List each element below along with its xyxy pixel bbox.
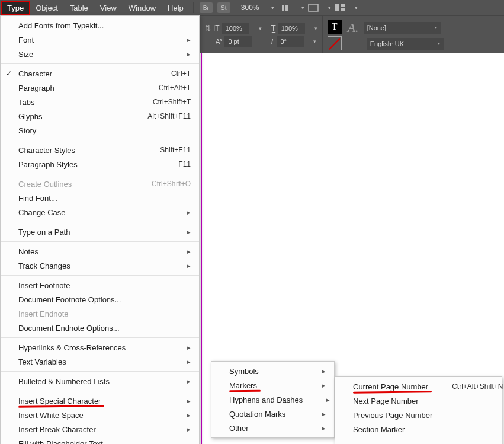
language-select[interactable]: English: UK ▾ [367, 38, 444, 50]
type-menu-label: Bulleted & Numbered Lists [18, 377, 110, 386]
submenu-arrow-icon: ▸ [163, 248, 191, 255]
skew-field[interactable]: 0° [277, 36, 304, 47]
special-submenu-item[interactable]: Hyphens and Dashes▸ [211, 392, 334, 407]
type-menu-item[interactable]: Track Changes▸ [1, 258, 199, 273]
menu-object[interactable]: Object [30, 1, 64, 15]
markers-submenu-item: Footnote Number [335, 442, 502, 444]
submenu-arrow-icon: ▸ [298, 368, 326, 375]
type-menu-item[interactable]: Paragraph StylesF11 [1, 157, 199, 171]
type-menu-item[interactable]: Insert Break Character▸ [1, 422, 199, 436]
submenu-arrow-icon: ▸ [163, 344, 191, 352]
zoom-level[interactable]: 300% ▾ [239, 2, 277, 13]
character-scaling-group: ⇅ IT 100%▾ T̲ 100%▾ Aª 0 pt T 0°▾ [200, 16, 322, 53]
type-menu-item[interactable]: Font▸ [1, 33, 199, 47]
type-menu-item[interactable]: Type on a Path▸ [1, 225, 199, 239]
special-submenu-label: Markers [229, 381, 257, 390]
type-menu-label: Size [18, 50, 33, 59]
type-menu-label: Story [18, 126, 36, 135]
type-menu-item[interactable]: Character StylesShift+F11 [1, 143, 199, 157]
type-menu-label: Insert Endnote [18, 309, 69, 318]
bridge-badge[interactable]: Br [200, 2, 213, 13]
svg-rect-3 [335, 4, 339, 11]
language-value: English: UK [370, 40, 404, 47]
type-menu-label: Font [18, 36, 34, 44]
screen-mode-icon[interactable]: ▾ [308, 3, 331, 12]
skew-icon: T [269, 37, 274, 46]
type-menu-label: Insert Special Character [18, 397, 101, 405]
type-menu-item[interactable]: ParagraphCtrl+Alt+T [1, 81, 199, 95]
markers-submenu-item[interactable]: Next Page Number [335, 394, 502, 408]
type-menu-item[interactable]: TabsCtrl+Shift+T [1, 95, 199, 109]
menu-view[interactable]: View [94, 1, 123, 15]
menu-table[interactable]: Table [64, 1, 94, 15]
type-menu-item: Create OutlinesCtrl+Shift+O [1, 177, 199, 191]
type-menu-item[interactable]: GlyphsAlt+Shift+F11 [1, 109, 199, 123]
menu-window[interactable]: Window [123, 1, 162, 15]
type-menu-label: Fill with Placeholder Text [18, 439, 103, 445]
stroke-swatch-icon[interactable] [328, 36, 342, 50]
type-menu-label: Track Changes [18, 261, 70, 270]
type-menu-divider [1, 222, 199, 222]
submenu-arrow-icon: ▸ [163, 50, 191, 58]
stock-badge[interactable]: St [217, 2, 230, 13]
type-menu-dropdown: Add Fonts from Typekit...Font▸Size▸✓Char… [0, 15, 200, 444]
type-menu-label: Find Font... [18, 194, 57, 203]
type-menu-item[interactable]: Notes▸ [1, 244, 199, 258]
shortcut-label: Ctrl+Alt+Shift+N [428, 382, 503, 391]
shortcut-label: Shift+F11 [136, 146, 191, 154]
type-menu-divider [1, 391, 199, 391]
type-menu-item[interactable]: Story [1, 123, 199, 138]
type-menu-label: Insert Footnote [18, 281, 70, 290]
type-menu-label: Insert White Space [18, 411, 84, 420]
submenu-arrow-icon: ▸ [298, 424, 326, 432]
type-menu-item[interactable]: ✓CharacterCtrl+T [1, 66, 199, 81]
type-menu-item[interactable]: Insert White Space▸ [1, 408, 199, 422]
special-submenu-item[interactable]: Other▸ [211, 421, 334, 435]
horizontal-scale-field[interactable]: 100% [278, 23, 305, 34]
type-menu-label: Insert Break Character [18, 425, 96, 434]
menu-type[interactable]: Type [1, 1, 30, 15]
character-style-icon: A. [348, 20, 359, 36]
type-menu-label: Tabs [18, 98, 34, 107]
horizontal-scale-icon: T̲ [271, 24, 275, 33]
fill-swatch-icon[interactable]: T [328, 20, 342, 34]
view-mode-icons: ▾ ▾ ▾ [281, 3, 358, 12]
type-menu-item[interactable]: Document Footnote Options... [1, 292, 199, 306]
link-icon[interactable]: ⇅ [205, 24, 211, 33]
main-menubar: Type Object Table View Window Help Br St… [0, 0, 504, 15]
submenu-arrow-icon: ▸ [163, 397, 191, 405]
type-menu-item[interactable]: Fill with Placeholder Text [1, 436, 199, 444]
type-menu-item[interactable]: Hyperlinks & Cross-References▸ [1, 340, 199, 354]
shortcut-label: Ctrl+T [147, 69, 191, 78]
type-menu-label: Hyperlinks & Cross-References [18, 343, 126, 352]
view-options-icon[interactable]: ▾ [281, 3, 304, 12]
type-menu-item[interactable]: Add Fonts from Typekit... [1, 18, 199, 33]
markers-submenu-item[interactable]: Section Marker [335, 422, 502, 436]
vertical-scale-icon: IT [213, 24, 220, 33]
shortcut-label: F11 [155, 160, 191, 168]
baseline-shift-field[interactable]: 0 pt [224, 36, 252, 47]
type-menu-item[interactable]: Change Case▸ [1, 205, 199, 219]
type-menu-item[interactable]: Size▸ [1, 47, 199, 61]
vertical-scale-field[interactable]: 100% [222, 23, 249, 34]
type-menu-divider [1, 140, 199, 140]
character-style-select[interactable]: [None] ▾ [364, 22, 441, 34]
menu-help[interactable]: Help [162, 1, 190, 15]
menubar-separator [193, 2, 194, 13]
type-menu-item[interactable]: Find Font... [1, 191, 199, 205]
type-menu-label: Create Outlines [18, 180, 72, 189]
arrange-documents-icon[interactable]: ▾ [335, 3, 358, 12]
type-menu-item[interactable]: Bulleted & Numbered Lists▸ [1, 374, 199, 388]
markers-submenu-item[interactable]: Previous Page Number [335, 408, 502, 422]
special-submenu-item[interactable]: Symbols▸ [211, 364, 334, 378]
type-menu-item[interactable]: Document Endnote Options... [1, 321, 199, 335]
shortcut-label: Alt+Shift+F11 [124, 112, 191, 120]
shortcut-label: Ctrl+Shift+O [128, 180, 191, 188]
type-menu-label: Paragraph [18, 84, 54, 92]
type-menu-label: Change Case [18, 208, 66, 217]
type-menu-item[interactable]: Text Variables▸ [1, 354, 199, 369]
type-menu-label: Document Footnote Options... [18, 295, 121, 304]
type-menu-divider [1, 275, 199, 276]
type-menu-item[interactable]: Insert Footnote [1, 278, 199, 292]
special-submenu-item[interactable]: Quotation Marks▸ [211, 407, 334, 421]
